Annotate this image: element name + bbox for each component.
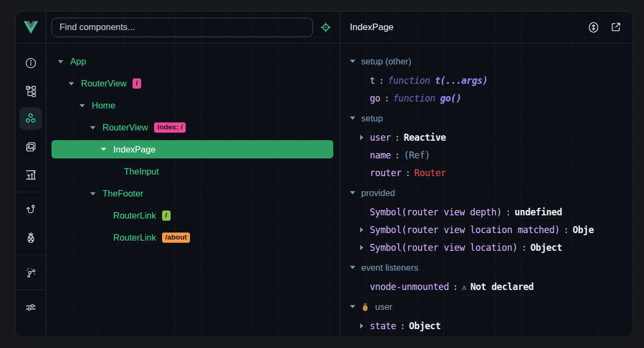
- chevron-down-icon: [350, 117, 355, 120]
- chevron-down-icon: [350, 60, 355, 63]
- screen: App RouterView / Home RouterView index: …: [0, 0, 644, 348]
- chevron-down-icon: [79, 104, 85, 107]
- state-row-go: go : function go(): [340, 89, 633, 107]
- state-key: t: [370, 75, 375, 86]
- state-row-location-matched[interactable]: Symbol(router view location matched) : O…: [340, 221, 633, 238]
- sidebar-divider: [16, 255, 46, 255]
- state-value: Obje: [573, 224, 594, 235]
- tree-row-theinput[interactable]: TheInput: [52, 161, 333, 183]
- crosshair-icon: [319, 21, 332, 34]
- scroll-to-component-button[interactable]: [586, 20, 601, 35]
- section-title: setup (other): [361, 56, 412, 67]
- tree-row-indexpage-selected[interactable]: IndexPage: [52, 140, 333, 158]
- function-keyword: function: [388, 75, 430, 86]
- state-key: state: [370, 321, 396, 331]
- tree-row-routerlink-home[interactable]: RouterLink /: [52, 205, 333, 227]
- external-link-icon: [610, 21, 622, 33]
- chevron-down-icon: [69, 82, 74, 85]
- sidebar-nav: [16, 44, 46, 337]
- tree-row-routerview[interactable]: RouterView /: [52, 73, 333, 95]
- section-setup-other: setup (other) t : function t(...args) go…: [340, 51, 633, 108]
- route-badge: /: [133, 78, 141, 89]
- sidebar-item-settings[interactable]: [19, 296, 42, 318]
- section-event-listeners: event listeners vnode-unmounted : ⚠ Not …: [340, 257, 633, 296]
- component-label: TheInput: [124, 166, 159, 177]
- vue-logo: [16, 11, 46, 44]
- chevron-down-icon: [350, 191, 355, 194]
- section-header[interactable]: provided: [340, 183, 633, 203]
- section-title: provided: [361, 188, 395, 198]
- timeline-icon: [25, 169, 37, 181]
- state-key: router: [370, 168, 401, 178]
- sidebar-item-assets[interactable]: [19, 135, 42, 158]
- sidebar-item-router[interactable]: [19, 198, 42, 221]
- component-label: RouterView: [81, 78, 127, 89]
- function-signature: go(): [440, 93, 461, 104]
- state-value: Router: [414, 168, 446, 178]
- sidebar-item-pinia[interactable]: [19, 226, 42, 249]
- state-row-router: router : Router: [340, 164, 633, 182]
- component-label: TheFooter: [103, 189, 143, 199]
- pinia-icon: [25, 231, 37, 244]
- sidebar-divider: [16, 192, 46, 192]
- section-header[interactable]: setup: [340, 108, 633, 128]
- component-label: Home: [92, 100, 115, 111]
- tree-row-routerview-nested[interactable]: RouterView index: /: [52, 117, 333, 139]
- chevron-right-icon: [360, 135, 363, 140]
- sidebar: [16, 11, 46, 337]
- component-label: RouterView: [103, 122, 148, 133]
- component-tree-panel: App RouterView / Home RouterView index: …: [46, 11, 340, 337]
- search-bar: [46, 11, 340, 44]
- sidebar-item-overview[interactable]: [19, 52, 42, 74]
- component-tree: App RouterView / Home RouterView index: …: [46, 44, 340, 337]
- scroll-to-icon: [587, 21, 600, 34]
- tree-row-thefooter[interactable]: TheFooter: [52, 183, 333, 205]
- router-icon: [25, 204, 37, 216]
- sidebar-item-graph[interactable]: [19, 261, 42, 284]
- open-in-editor-button[interactable]: [609, 20, 623, 34]
- section-setup: setup user : Reactive name : (Ref): [340, 108, 633, 183]
- component-label: IndexPage: [113, 144, 156, 155]
- state-key: vnode-unmounted: [370, 281, 449, 292]
- route-badge: /: [162, 211, 171, 221]
- chevron-down-icon: [350, 266, 355, 269]
- section-header[interactable]: setup (other): [340, 51, 633, 71]
- section-user-store: user state : Object getters : Object: [340, 296, 633, 337]
- route-badge: index: /: [154, 122, 186, 133]
- state-value: Not declared: [470, 281, 533, 292]
- component-label: RouterLink: [113, 211, 156, 221]
- state-row-state[interactable]: state : Object: [340, 317, 633, 335]
- state-row-user[interactable]: user : Reactive: [340, 128, 633, 146]
- select-component-button[interactable]: [318, 20, 333, 35]
- state-inspector-panel: IndexPage: [340, 11, 633, 337]
- inspector-header: IndexPage: [340, 11, 633, 44]
- chevron-right-icon: [360, 227, 363, 233]
- tree-row-app[interactable]: App: [52, 50, 333, 73]
- search-input[interactable]: [52, 18, 313, 37]
- route-badge: /about: [162, 233, 191, 243]
- tree-row-routerlink-about[interactable]: RouterLink /about: [52, 227, 333, 249]
- chevron-down-icon: [350, 305, 355, 308]
- tree-row-home[interactable]: Home: [52, 95, 333, 117]
- pinia-store-icon: [361, 302, 369, 311]
- components-icon: [24, 112, 37, 125]
- sidebar-item-pages[interactable]: [19, 79, 42, 102]
- state-key: Symbol(router view depth): [370, 207, 502, 218]
- section-provided: provided Symbol(router view depth) : und…: [340, 183, 633, 257]
- component-label: App: [70, 56, 86, 67]
- state-key: Symbol(router view location matched): [370, 224, 560, 235]
- sidebar-item-components[interactable]: [19, 107, 42, 130]
- sidebar-item-timeline[interactable]: [19, 163, 42, 186]
- vue-devtools-window: App RouterView / Home RouterView index: …: [15, 11, 633, 337]
- assets-icon: [25, 141, 37, 153]
- warning-icon: ⚠: [462, 282, 466, 291]
- section-header[interactable]: event listeners: [340, 257, 633, 278]
- function-signature: t(...args): [435, 75, 487, 86]
- state-row-t: t : function t(...args): [340, 71, 633, 89]
- state-key: user: [370, 132, 391, 143]
- state-row-name: name : (Ref): [340, 146, 633, 164]
- state-row-location[interactable]: Symbol(router view location) : Object: [340, 238, 633, 256]
- state-row-getters[interactable]: getters : Object: [340, 335, 633, 337]
- section-header[interactable]: user: [340, 296, 633, 317]
- state-value: Object: [530, 242, 562, 253]
